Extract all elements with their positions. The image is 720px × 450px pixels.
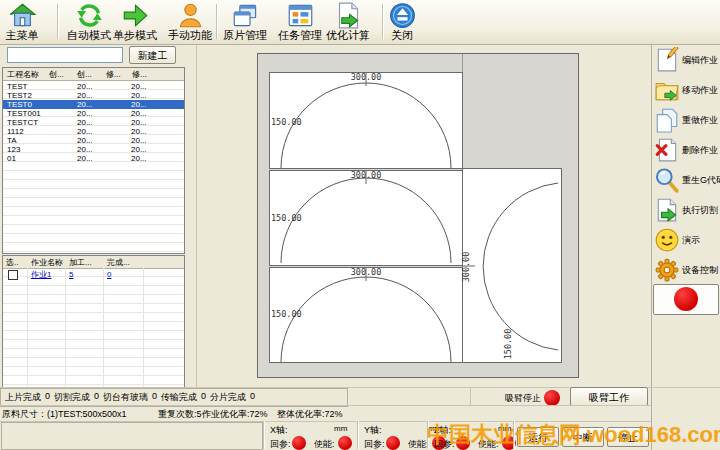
col-header-created-2[interactable]: 创... [77,69,92,80]
col-header-select[interactable]: 选.. [6,257,18,268]
toolbar-item-close[interactable]: 关闭 [385,1,419,43]
project-name-input[interactable] [7,47,123,63]
sidebar-item-device-control[interactable]: 设备控制 [654,255,720,285]
new-project-button[interactable]: 新建工程 [129,46,176,64]
project-row[interactable]: TESTCT 20... 20... [3,118,184,127]
project-row[interactable]: TEST001 20... 20... [3,109,184,118]
status-value: 0 [201,391,206,404]
machine-control-bar: X轴: mm 回参: 使能: Y轴: mm 回参: 使能: Z轴: mm 回参:… [0,420,720,450]
job-select-checkbox[interactable] [8,270,18,280]
cell-modified: 20... [131,109,147,118]
project-row[interactable]: TEST2 20... 20... [3,91,184,100]
job-done-link[interactable]: 0 [107,269,111,280]
sidebar-item-label: 重生G代码 [682,174,720,187]
dimension-label-width: 300.00 [351,170,382,180]
projects-table: 工程名称 创... 创... 修... 修... TEST 20... 20..… [2,67,185,254]
toolbar-item-label: 任务管理 [278,29,322,42]
sidebar-item-label: 删除作业 [682,144,718,157]
col-header-process[interactable]: 加工... [69,257,92,268]
col-header-job-name[interactable]: 作业名称 [31,257,63,268]
cell-modified: 20... [131,127,147,136]
toolbar-item-manual-function[interactable]: 手动功能 [167,1,213,43]
job-name-link[interactable]: 作业1 [31,269,51,280]
toolbar-item-sheet-manage[interactable]: 原片管理 [222,1,268,43]
col-header-done[interactable]: 完成... [107,257,130,268]
cell-created: 20... [77,118,93,127]
sheet-manage-icon [232,2,259,29]
project-row[interactable]: TA 20... 20... [3,136,184,145]
column-line [27,268,28,387]
dimension-label-width: 300.00 [351,267,382,277]
project-row[interactable]: 123 20... 20... [3,145,184,154]
cell-project-name: TA [7,136,17,145]
col-header-project-name[interactable]: 工程名称 [7,69,39,80]
sidebar-item-label: 设备控制 [682,264,718,277]
sidebar-item-edit-job[interactable]: 编辑作业 [654,45,720,75]
interrupt-button[interactable]: 中断 [562,427,604,447]
app-window: 主菜单 自动模式 单步模式 手动功能 原片管理 [0,0,720,450]
toolbar-item-main-menu[interactable]: 主菜单 [0,1,44,43]
execute-cut-icon [654,197,680,223]
home-icon [9,2,36,29]
sidebar-item-label: 移动作业 [682,84,718,97]
cell-modified: 20... [131,136,147,145]
delete-job-icon [654,137,680,163]
sidebar-item-redo-job[interactable]: 重做作业 [654,105,720,135]
divider [263,421,265,449]
toolbar-item-auto-mode[interactable]: 自动模式 [66,1,112,43]
column-line [143,268,144,387]
toolbar-item-task-manage[interactable]: 任务管理 [277,1,323,43]
toolbar-item-step-mode[interactable]: 单步模式 [112,1,158,43]
project-row[interactable]: 1112 20... 20... [3,127,184,136]
toolbar-separator [57,4,59,39]
sidebar-item-demo[interactable]: 演示 [654,225,720,255]
arm-stop-label: 吸臂停止 [505,392,541,405]
toolbar-item-label: 单步模式 [113,29,157,42]
toolbar-separator [382,4,384,39]
emergency-stop-button[interactable] [653,284,719,315]
job-row[interactable]: 作业1 5 0 [3,269,184,280]
arm-status-indicator [544,390,560,406]
sidebar-item-regen-gcode[interactable]: 重生G代码 [654,165,720,195]
regen-gcode-icon [654,167,680,193]
toolbar-item-optimize[interactable]: 优化计算 [325,1,371,43]
sidebar-item-execute-cut[interactable]: 执行切割 [654,195,720,225]
toolbar-item-label: 手动功能 [168,29,212,42]
cell-project-name: TESTCT [7,118,38,127]
col-header-created-1[interactable]: 创... [49,69,64,80]
sidebar-item-label: 执行切割 [682,204,718,217]
sidebar-item-label: 重做作业 [682,114,718,127]
col-header-modified-2[interactable]: 修... [132,69,147,80]
toolbar-separator [216,4,218,39]
project-row[interactable]: 01 20... 20... [3,154,184,163]
column-line [103,268,104,387]
cell-created: 20... [77,109,93,118]
project-row-selected[interactable]: TEST0 20... 20... [3,100,184,109]
arm-work-button[interactable]: 吸臂工作 [570,387,648,406]
toolbar-item-label: 原片管理 [223,29,267,42]
sidebar-item-move-job[interactable]: 移动作业 [654,75,720,105]
project-row[interactable]: TEST 20... 20... [3,82,184,91]
run-button[interactable]: 运行 [517,427,559,447]
cell-project-name: TEST001 [7,109,41,118]
cutting-layout-canvas[interactable]: 300.00 150.00 300.00 150.00 300.00 150.0… [257,53,579,378]
layout-canvas-panel: 300.00 150.00 300.00 150.00 300.00 150.0… [196,45,652,387]
cell-project-name: 1112 [7,127,24,136]
cell-project-name: TEST [7,82,27,91]
stop-button[interactable]: 停止 [607,427,649,447]
sidebar-item-delete-job[interactable]: 删除作业 [654,135,720,165]
sidebar-item-label: 编辑作业 [682,54,718,67]
projects-table-header: 工程名称 创... 创... 修... 修... [3,68,184,81]
axis-enable-label: 使能: [408,438,429,450]
cell-created: 20... [77,100,93,109]
cell-created: 20... [77,154,93,163]
status-label: 切割完成 [54,391,90,404]
job-process-link[interactable]: 5 [69,269,73,280]
axis-name: X轴: [270,424,288,437]
axis-enable-indicator [338,436,352,450]
col-header-modified-1[interactable]: 修... [106,69,121,80]
job-actions-sidebar: 编辑作业 移动作业 重做作业 删除作业 重生G代码 [651,45,720,450]
step-mode-icon [122,2,149,29]
dimension-label-height: 150.00 [503,329,513,360]
cell-modified: 20... [131,154,147,163]
